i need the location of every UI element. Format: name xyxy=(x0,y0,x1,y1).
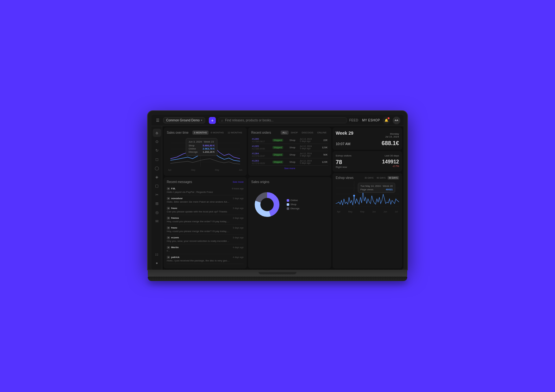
tooltip-discogs-label: Discogs xyxy=(189,150,197,153)
order-price-cell: 123€ xyxy=(318,158,328,166)
myeshop-link[interactable]: MY ESHOP xyxy=(362,118,380,123)
sidebar-item-gift[interactable]: ◈ xyxy=(153,173,161,181)
order-status-cell: Shipped xyxy=(272,151,289,158)
list-item[interactable]: ✉ franc 3 days ago Can you please update… xyxy=(167,205,244,215)
msg-time: 3 days ago xyxy=(233,227,244,229)
views-chart-container: Tue May 14, 2024 · Week 20 Page views 40… xyxy=(336,181,399,210)
order-date-cell: Jul 13, 2024 2 days ago xyxy=(299,137,318,144)
msg-header: ✉ eczem 3 days ago xyxy=(167,236,244,239)
msg-time: 4 days ago xyxy=(233,256,244,258)
visitor-change: -2.7% xyxy=(382,165,399,168)
list-item[interactable]: ✉ novodvor 2 days ago Hallo, Bitte sende… xyxy=(167,195,244,205)
order-source-cell: Shop xyxy=(289,151,299,158)
table-row[interactable]: #1285 #17285-6499 Shipped Shop Jul 12, 2… xyxy=(251,144,328,151)
sidebar-item-grid[interactable]: ⊞ xyxy=(153,199,161,208)
sidebar-item-chat[interactable]: ▢ xyxy=(153,182,161,190)
sidebar-item-account[interactable]: ● xyxy=(153,259,161,267)
msg-sender: ✉ Merlin xyxy=(167,246,179,249)
sidebar-item-sync[interactable]: ↻ xyxy=(153,146,161,155)
tooltip-shop-row: Shop 5.806,80 € xyxy=(189,144,215,147)
list-item[interactable]: ✉ eczem 3 days ago Hey you, wow, your re… xyxy=(167,235,244,244)
tooltip-discogs-row: Discogs 1.232,18 € xyxy=(189,150,215,153)
vx-jul: Jul xyxy=(395,211,398,213)
total-visitors: 149912 -2.7% xyxy=(382,159,399,168)
see-more-messages[interactable]: See more xyxy=(233,181,244,183)
legend-discogs: Discogs xyxy=(287,207,299,210)
visitor-period: Last 30 days xyxy=(385,154,399,157)
sidebar-item-mail[interactable]: ✉ xyxy=(153,217,161,225)
sidebar-item-sliders[interactable]: ⚏ xyxy=(153,250,161,258)
filter-shop[interactable]: SHOP xyxy=(289,131,300,135)
search-input[interactable] xyxy=(225,119,344,122)
list-item[interactable]: ✉ F.B. 8 hours ago Hallo I payed via Pay… xyxy=(167,186,244,195)
order-filter-tabs: ALL SHOP DISCOGS ONLINE xyxy=(281,131,328,135)
msg-sender-name: Merlin xyxy=(171,246,179,249)
msg-sender-name: franca xyxy=(171,217,179,219)
msg-source-icon: ✉ xyxy=(167,236,170,239)
order-status-cell: Shipped xyxy=(272,144,289,151)
msg-text: Hello, I just received the package, the … xyxy=(167,259,230,262)
hamburger-icon[interactable]: ☰ xyxy=(155,117,161,124)
msg-sender: ✉ novodvor xyxy=(167,197,183,200)
msg-sender: ✉ patrick xyxy=(167,256,179,259)
msg-time: 2 days ago xyxy=(233,197,244,199)
msg-source-icon: ✉ xyxy=(167,197,170,200)
notification-button[interactable]: 🔔 xyxy=(383,117,390,124)
week-day: Monday xyxy=(385,132,399,135)
order-price-cell: 22€ xyxy=(318,137,328,144)
msg-sender-name: franc xyxy=(171,226,178,229)
store-name: Common Ground Demo xyxy=(166,119,200,122)
nav-links: FEED MY ESHOP xyxy=(349,118,380,123)
sales-tooltip: Jun 3, 2024 · Week 23 Shop 5.806,80 € On… xyxy=(186,138,217,156)
add-button[interactable]: + xyxy=(209,117,216,124)
sidebar-item-home[interactable]: ⌂ xyxy=(153,129,161,137)
table-row[interactable]: #1286 #17285-0617 Shipped Shop Jul 13, 2… xyxy=(251,137,328,144)
msg-header: ✉ novodvor 2 days ago xyxy=(167,197,244,200)
sidebar-item-search[interactable]: ⊙ xyxy=(153,138,161,146)
revenue: 688.1€ xyxy=(382,140,399,147)
see-more-orders[interactable]: See more xyxy=(251,166,328,171)
tooltip-date: Jun 3, 2024 · Week 23 xyxy=(189,140,215,143)
tooltip-online-label: Online xyxy=(189,147,196,150)
origins-legend: Online Shop Discogs xyxy=(287,199,299,210)
laptop-wrapper: ☰ Common Ground Demo ▾ + ⌕ FEED MY ESHOP xyxy=(148,111,407,281)
views-tab-30[interactable]: 30 DAYS xyxy=(363,176,375,180)
filter-online[interactable]: ONLINE xyxy=(315,131,328,135)
views-tab-60[interactable]: 60 DAYS xyxy=(375,176,387,180)
msg-sender: ✉ franca xyxy=(167,217,179,220)
feed-link[interactable]: FEED xyxy=(349,118,359,123)
sidebar-item-shop[interactable]: ◻ xyxy=(153,155,161,163)
msg-header: ✉ Merlin 4 days ago xyxy=(167,246,244,249)
msg-sender-name: franc xyxy=(171,207,178,210)
list-item[interactable]: ✉ Merlin 4 days ago h , xyxy=(167,244,244,254)
sidebar-item-user[interactable]: ◯ xyxy=(153,164,161,172)
store-selector[interactable]: Common Ground Demo ▾ xyxy=(163,117,205,123)
views-tab-90[interactable]: 90 DAYS xyxy=(388,176,399,180)
list-item[interactable]: ✉ patrick 4 days ago Hello, I just recei… xyxy=(167,254,244,264)
table-row[interactable]: #1283 #17278-0009 Shipped Shop Jul 12, 2… xyxy=(251,158,328,166)
msg-text: Hey, could you please merge the order? I… xyxy=(167,220,230,223)
period-6m[interactable]: 6 MONTHS xyxy=(209,131,225,135)
period-12m[interactable]: 12 MONTHS xyxy=(226,131,244,135)
visitor-title: Eshop visitors xyxy=(336,154,352,157)
list-item[interactable]: ✉ franc 3 days ago Hey, could you please… xyxy=(167,225,244,235)
legend-discogs-label: Discogs xyxy=(290,207,299,210)
sidebar-item-disc[interactable]: ◎ xyxy=(153,208,161,217)
list-item[interactable]: ✉ franca 3 days ago Hey, could you pleas… xyxy=(167,215,244,225)
table-row[interactable]: #1284 #17278-0347 Shipped Shop Jul 12, 2… xyxy=(251,151,328,158)
order-source-cell: Shop xyxy=(289,144,299,151)
msg-sender-name: eczem xyxy=(171,236,179,239)
msg-header: ✉ franca 3 days ago xyxy=(167,217,244,220)
period-tabs: 3 MONTHS 6 MONTHS 12 MONTHS xyxy=(192,131,244,135)
avatar[interactable]: AA xyxy=(393,117,400,124)
period-3m[interactable]: 3 MONTHS xyxy=(192,131,209,135)
legend-online-dot xyxy=(287,199,289,202)
sales-origins-card: Sales origins xyxy=(248,177,331,269)
sidebar-item-scissors[interactable]: ✂ xyxy=(153,191,161,199)
messages-list: ✉ F.B. 8 hours ago Hallo I payed via Pay… xyxy=(167,186,244,264)
msg-text: Hallo, Bitte senden Sie mein Paket an ei… xyxy=(167,200,230,203)
filter-all[interactable]: ALL xyxy=(281,131,288,135)
views-title: Eshop views xyxy=(336,176,353,180)
x-label-may1: May xyxy=(191,169,195,171)
filter-discogs[interactable]: DISCOGS xyxy=(300,131,315,135)
